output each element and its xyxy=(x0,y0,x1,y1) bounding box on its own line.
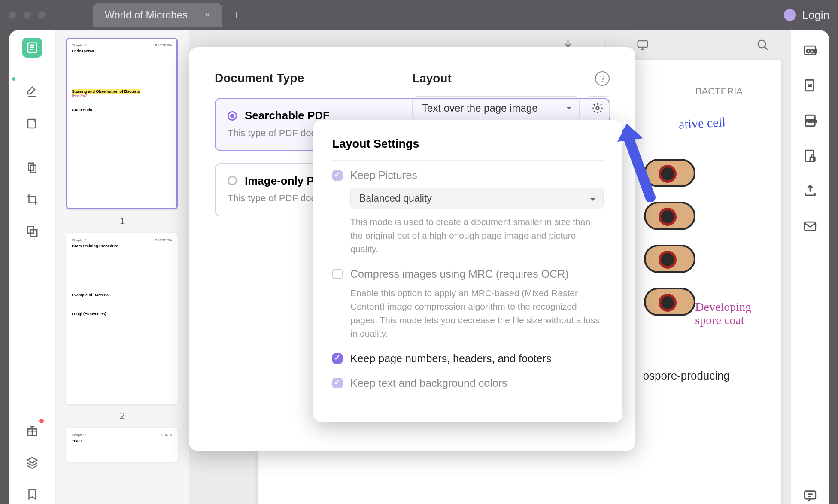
convert-icon[interactable] xyxy=(803,78,818,94)
thumbnail-label: 1 xyxy=(66,216,179,227)
thumbnail-panel: Chapter 1BACTERIA Endospores Staining an… xyxy=(56,30,189,504)
select-value: Text over the page image xyxy=(422,102,538,114)
present-icon[interactable] xyxy=(636,39,649,53)
close-window-icon[interactable] xyxy=(9,11,16,19)
thumb-heading: Yeast xyxy=(72,439,172,443)
option-desc: Enable this option to apply an MRC-based… xyxy=(350,286,604,340)
thumb-heading: Example of Bacteria xyxy=(72,293,172,297)
thumb-heading: Gram Staining Procedure xyxy=(72,244,172,248)
handwriting-annotation: ative cell xyxy=(678,115,726,132)
keep-colors-option: Keep text and background colors xyxy=(332,377,604,389)
svg-rect-17 xyxy=(805,491,816,499)
compress-mrc-option: Compress images using MRC (requires OCR)… xyxy=(332,268,604,340)
left-toolbar xyxy=(9,30,56,504)
keep-pictures-option: Keep Pictures Balanced quality This mode… xyxy=(332,169,604,256)
svg-point-8 xyxy=(758,40,766,48)
body-text: ospore-producing xyxy=(643,369,730,383)
option-label: Keep page numbers, headers, and footers xyxy=(350,352,551,365)
svg-text:PDF/A: PDF/A xyxy=(806,119,817,123)
login-label: Login xyxy=(802,9,829,22)
page-indicator-dot xyxy=(12,77,15,81)
select-value: Balanced quality xyxy=(359,193,432,204)
page-tool-icon[interactable] xyxy=(22,158,42,178)
edit-tool-icon[interactable] xyxy=(22,114,42,134)
checkbox-icon[interactable] xyxy=(332,170,343,181)
thumb-heading: Endospores xyxy=(72,49,172,53)
layout-settings-button[interactable] xyxy=(586,96,610,120)
new-tab-button[interactable]: + xyxy=(233,8,240,22)
thumb-heading: Fungi (Eumycetes) xyxy=(72,312,172,316)
layout-select[interactable]: Text over the page image xyxy=(412,96,580,120)
checkbox-icon[interactable] xyxy=(332,269,343,279)
thumb-category: BACTERIA xyxy=(155,238,172,242)
reader-mode-icon[interactable] xyxy=(22,38,42,58)
login-button[interactable]: Login xyxy=(784,9,829,22)
thumbnail-label: 2 xyxy=(66,410,179,422)
thumb-heading: Staining and Observation of Bacteria xyxy=(72,89,140,94)
window-controls xyxy=(9,11,46,19)
illustration-spore xyxy=(644,202,695,230)
comment-icon[interactable] xyxy=(803,489,818,504)
gift-icon[interactable] xyxy=(22,421,42,440)
bookmark-icon[interactable] xyxy=(22,484,42,504)
separator xyxy=(26,146,39,146)
option-desc: This mode is used to create a document s… xyxy=(350,215,604,256)
svg-text:OCR: OCR xyxy=(806,49,817,54)
layout-heading: Layout xyxy=(412,72,452,85)
layout-section: Layout ? Text over the page image xyxy=(412,71,610,120)
ocr-icon[interactable]: OCR xyxy=(803,43,818,58)
thumb-chapter: Chapter 1 xyxy=(72,433,87,437)
svg-rect-7 xyxy=(638,41,648,47)
thumb-annotation: Why dye? xyxy=(72,94,172,97)
option-label: Compress images using MRC (requires OCR) xyxy=(350,268,568,280)
illustration-spore xyxy=(644,159,695,187)
pdfa-icon[interactable]: PDF/A xyxy=(803,113,818,129)
avatar-icon xyxy=(784,9,796,21)
thumbnail-page-3[interactable]: Chapter 1FUNGI Yeast xyxy=(66,428,178,462)
thumb-heading: Gram Stain xyxy=(72,108,172,112)
mail-icon[interactable] xyxy=(803,219,818,234)
checkbox-icon[interactable] xyxy=(332,378,343,388)
share-icon[interactable] xyxy=(803,184,818,199)
layout-settings-popover: Layout Settings Keep Pictures Balanced q… xyxy=(313,120,622,422)
popover-title: Layout Settings xyxy=(332,137,604,161)
picture-quality-select[interactable]: Balanced quality xyxy=(350,188,604,209)
svg-point-18 xyxy=(596,107,599,110)
compare-tool-icon[interactable] xyxy=(22,222,42,241)
thumb-chapter: Chapter 1 xyxy=(72,238,87,242)
close-tab-icon[interactable]: × xyxy=(205,9,210,21)
minimize-window-icon[interactable] xyxy=(23,11,31,19)
illustration-spore xyxy=(644,288,695,316)
highlight-tool-icon[interactable] xyxy=(22,82,42,102)
radio-icon xyxy=(228,111,237,121)
illustration-spore xyxy=(644,245,695,273)
layers-icon[interactable] xyxy=(22,452,42,472)
thumb-category: FUNGI xyxy=(161,433,172,437)
tab-title: World of Microbes xyxy=(105,9,188,21)
thumb-chapter: Chapter 1 xyxy=(72,43,87,47)
handwriting-annotation: Developing spore coat xyxy=(695,301,751,327)
checkbox-icon[interactable] xyxy=(332,353,343,364)
option-title: Searchable PDF xyxy=(245,109,330,122)
page-category: BACTERIA xyxy=(695,86,743,97)
option-label: Keep text and background colors xyxy=(350,377,507,389)
separator xyxy=(26,70,39,70)
search-icon[interactable] xyxy=(756,39,769,53)
protect-icon[interactable] xyxy=(803,149,818,164)
thumbnail-page-1[interactable]: Chapter 1BACTERIA Endospores Staining an… xyxy=(66,38,178,209)
zoom-window-icon[interactable] xyxy=(38,11,46,19)
svg-rect-14 xyxy=(805,150,814,161)
titlebar: World of Microbes × + Login xyxy=(0,0,838,30)
keep-headers-option: Keep page numbers, headers, and footers xyxy=(332,352,604,365)
radio-icon xyxy=(228,176,237,185)
crop-tool-icon[interactable] xyxy=(22,190,42,209)
right-toolbar: OCR PDF/A xyxy=(791,30,829,504)
option-label: Keep Pictures xyxy=(350,169,417,182)
thumb-category: BACTERIA xyxy=(155,43,172,47)
thumbnail-page-2[interactable]: Chapter 1BACTERIA Gram Staining Procedur… xyxy=(66,233,178,404)
tab-document[interactable]: World of Microbes × xyxy=(93,3,222,27)
help-icon[interactable]: ? xyxy=(595,71,610,86)
